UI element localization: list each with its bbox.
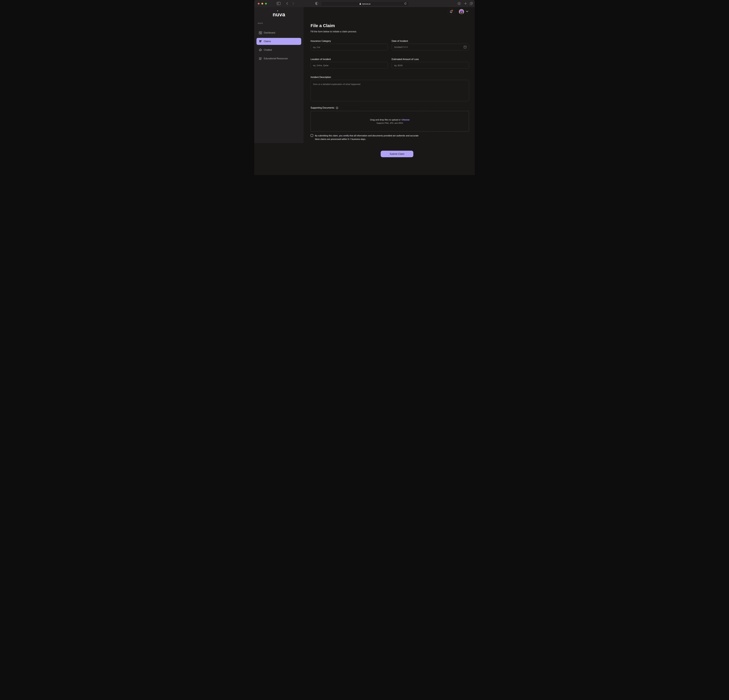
claims-icon: $ xyxy=(259,40,262,43)
minimize-window-button[interactable] xyxy=(261,3,263,4)
estimated-amount-input[interactable]: eg. $200 xyxy=(392,62,469,69)
sidebar-item-label: Claims xyxy=(264,40,271,43)
back-icon[interactable] xyxy=(286,2,288,5)
browser-window: trynuva.ai nuva MAI xyxy=(254,0,475,175)
supporting-documents-label: Supporting Documents xyxy=(311,107,334,109)
sidebar-item-label: Educational Resources xyxy=(264,57,288,60)
date-of-incident-input[interactable]: DD/MM/YYYY 17 xyxy=(392,44,469,51)
books-icon xyxy=(259,57,262,60)
insurance-category-label: Insurance Category xyxy=(311,40,388,42)
privacy-shield-icon[interactable] xyxy=(315,2,318,6)
reload-icon[interactable] xyxy=(404,3,407,5)
placeholder-text: eg. Car xyxy=(313,46,385,48)
url-text: trynuva.ai xyxy=(362,3,370,5)
calendar-icon[interactable]: 17 xyxy=(464,45,466,49)
new-tab-icon[interactable] xyxy=(464,2,467,5)
sidebar-item-educational-resources[interactable]: Educational Resources xyxy=(257,55,301,62)
sidebar-section-label: MAIN xyxy=(258,22,263,24)
info-icon[interactable] xyxy=(336,107,338,109)
sidebar-item-claims[interactable]: $ Claims xyxy=(257,38,301,45)
date-of-incident-field: Date of Incident DD/MM/YYYY 17 xyxy=(392,40,469,51)
insurance-category-field: Insurance Category eg. Car xyxy=(311,40,388,51)
placeholder-text: DD/MM/YYYY xyxy=(394,46,464,48)
lock-icon xyxy=(359,3,361,5)
window-controls xyxy=(258,3,267,4)
sidebar-toggle-icon[interactable] xyxy=(277,2,280,5)
supporting-documents-field: Supporting Documents xyxy=(311,107,469,110)
sidebar-item-chatbot[interactable]: Chatbot xyxy=(257,46,301,54)
sidebar-nav: Dashboard $ Claims xyxy=(257,29,301,62)
browser-chrome: trynuva.ai xyxy=(254,0,475,7)
svg-text:17: 17 xyxy=(465,47,466,48)
placeholder-text: eg. $200 xyxy=(394,64,466,67)
date-of-incident-label: Date of Incident xyxy=(392,40,469,42)
incident-description-field: Incident Description Give us a detailed … xyxy=(311,76,469,101)
placeholder-text: Give us a detailed explanation of what h… xyxy=(313,83,466,86)
incident-description-label: Incident Description xyxy=(311,76,469,78)
sidebar-item-dashboard[interactable]: Dashboard xyxy=(257,29,301,36)
choose-file-link[interactable]: Choose xyxy=(402,119,410,121)
dashboard-icon xyxy=(259,31,262,35)
location-of-incident-field: Location of Incident eg. Doha, Qatar xyxy=(311,58,388,69)
zoom-window-button[interactable] xyxy=(265,3,267,4)
page-title: File a Claim xyxy=(311,23,335,28)
certify-checkbox[interactable] xyxy=(311,134,313,137)
sidebar-item-label: Dashboard xyxy=(264,32,275,34)
placeholder-text: eg. Doha, Qatar xyxy=(313,64,385,67)
sidebar: nuva MAIN Dashboard xyxy=(254,7,304,143)
chatbot-icon xyxy=(259,48,262,52)
brand-logo: nuva xyxy=(254,12,304,17)
location-of-incident-label: Location of Incident xyxy=(311,58,388,61)
certification-row: By submitting this claim, you certify th… xyxy=(311,134,418,137)
file-dropzone[interactable]: Drag and drop files to upload orChoose S… xyxy=(311,111,469,132)
downloads-icon[interactable] xyxy=(457,2,461,5)
location-of-incident-input[interactable]: eg. Doha, Qatar xyxy=(311,62,388,69)
sidebar-item-label: Chatbot xyxy=(264,49,272,51)
processing-note: Most claims are processed within 5-7 bus… xyxy=(315,138,366,140)
dropzone-text: Drag and drop files to upload or xyxy=(370,119,401,121)
submit-claim-button[interactable]: Submit Claim xyxy=(381,151,413,157)
address-bar[interactable]: trynuva.ai xyxy=(321,1,409,6)
tab-overview-icon[interactable] xyxy=(470,2,473,5)
certify-text: By submitting this claim, you certify th… xyxy=(315,134,418,137)
close-window-button[interactable] xyxy=(258,3,260,4)
insurance-category-input[interactable]: eg. Car xyxy=(311,44,388,51)
estimated-amount-label: Estimated Amount of Loss xyxy=(392,58,469,61)
page-subtitle: Fill the form below to initiate a claim … xyxy=(311,30,356,33)
incident-description-textarea[interactable]: Give us a detailed explanation of what h… xyxy=(311,80,469,101)
page-background: nuva MAIN Dashboard xyxy=(254,7,475,175)
forward-icon[interactable] xyxy=(292,2,294,5)
estimated-amount-field: Estimated Amount of Loss eg. $200 xyxy=(392,58,469,69)
claim-form: File a Claim Fill the form below to init… xyxy=(311,7,469,175)
supported-formats-text: Supports PNG, JPG, and JPEG xyxy=(376,122,403,124)
